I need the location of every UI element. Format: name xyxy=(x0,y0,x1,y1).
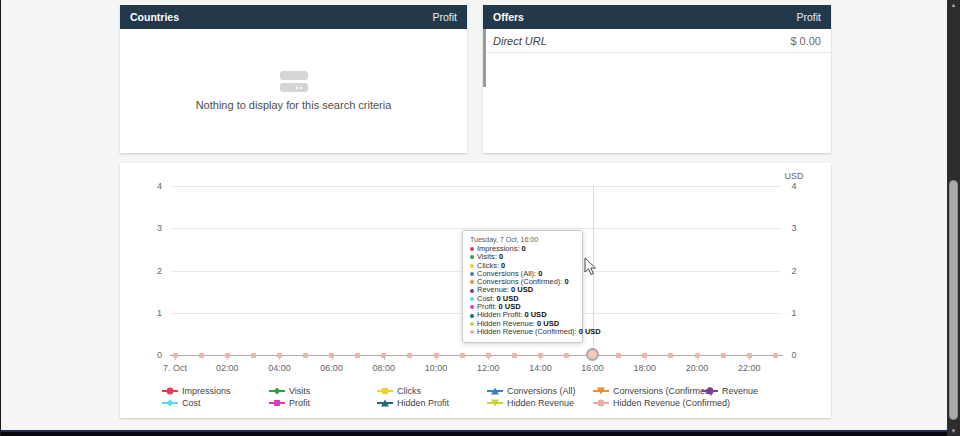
offers-metric-header: Profit xyxy=(796,11,821,23)
series-color-dot-icon xyxy=(470,322,474,326)
legend-item-conversions-confirmed[interactable]: Conversions (Confirmed) xyxy=(593,386,713,396)
legend-item-cost[interactable]: Cost xyxy=(162,398,201,408)
legend-marker-triangle-down-icon xyxy=(593,387,609,396)
empty-list-icon xyxy=(280,71,308,92)
y-axis-label-left: 0 xyxy=(130,350,162,360)
offer-row-direct-url[interactable]: Direct URL $ 0.00 xyxy=(483,29,831,53)
y-axis-label-right: 4 xyxy=(784,181,804,191)
x-axis-tick xyxy=(540,356,541,360)
legend-marker-triangle-icon xyxy=(377,399,393,408)
scrollbar-up-arrow-icon[interactable]: ▲ xyxy=(947,0,960,10)
offers-panel-title: Offers xyxy=(493,11,524,23)
data-point-marker[interactable] xyxy=(773,353,778,358)
legend-item-hidden-revenue-confirmed[interactable]: Hidden Revenue (Confirmed) xyxy=(593,398,730,408)
offers-scroll-indicator xyxy=(483,29,486,87)
x-axis-label: 16:00 xyxy=(573,363,613,373)
y-axis-label-left: 2 xyxy=(130,266,162,276)
legend-label: Conversions (Confirmed) xyxy=(613,386,713,396)
legend-label: Profit xyxy=(289,398,310,408)
x-axis-tick xyxy=(332,356,333,360)
legend-label: Revenue xyxy=(722,386,758,396)
hovered-point-marker[interactable] xyxy=(586,348,599,361)
legend-marker-circle-icon xyxy=(593,399,609,408)
y-axis-label-right: 0 xyxy=(784,350,804,360)
legend-label: Hidden Profit xyxy=(397,398,449,408)
legend-marker-square-icon xyxy=(377,387,393,396)
gridline xyxy=(170,186,781,187)
offer-profit-value: $ 0.00 xyxy=(790,35,821,47)
series-color-dot-icon xyxy=(470,272,474,276)
data-point-marker[interactable] xyxy=(355,353,360,358)
page-scrollbar[interactable]: ▲ ▼ xyxy=(947,0,960,436)
x-axis-tick xyxy=(227,356,228,360)
legend-item-visits[interactable]: Visits xyxy=(269,386,310,396)
series-zero-line xyxy=(170,355,783,356)
x-axis-label: 10:00 xyxy=(416,363,456,373)
data-point-marker[interactable] xyxy=(616,353,621,358)
legend-item-profit[interactable]: Profit xyxy=(269,398,310,408)
countries-panel-title: Countries xyxy=(130,11,179,23)
data-point-marker[interactable] xyxy=(251,353,256,358)
legend-label: Impressions xyxy=(182,386,231,396)
legend-label: Cost xyxy=(182,398,201,408)
offers-panel-header: Offers Profit xyxy=(483,5,831,29)
x-axis-tick xyxy=(436,356,437,360)
data-point-marker[interactable] xyxy=(460,353,465,358)
x-axis-label: 20:00 xyxy=(677,363,717,373)
x-axis-tick xyxy=(384,356,385,360)
legend-label: Clicks xyxy=(397,386,421,396)
legend-marker-square-icon xyxy=(269,399,285,408)
legend-item-hidden-profit[interactable]: Hidden Profit xyxy=(377,398,449,408)
legend-item-clicks[interactable]: Clicks xyxy=(377,386,421,396)
series-color-dot-icon xyxy=(470,247,474,251)
y-axis-label-right: 1 xyxy=(784,308,804,318)
legend-label: Visits xyxy=(289,386,310,396)
tooltip-series-value: 0 xyxy=(564,278,568,286)
series-color-dot-icon xyxy=(470,289,474,293)
legend-item-revenue[interactable]: Revenue xyxy=(702,386,758,396)
series-color-dot-icon xyxy=(470,330,474,334)
y-axis-label-left: 4 xyxy=(130,181,162,191)
x-axis-tick xyxy=(488,356,489,360)
series-color-dot-icon xyxy=(470,264,474,268)
data-point-marker[interactable] xyxy=(564,353,569,358)
offers-panel: Offers Profit Direct URL $ 0.00 xyxy=(483,5,831,153)
chart-tooltip: Tuesday, 7 Oct, 16:00 Impressions:0Visit… xyxy=(462,230,583,343)
x-axis-tick xyxy=(279,356,280,360)
data-point-marker[interactable] xyxy=(721,353,726,358)
legend-item-impressions[interactable]: Impressions xyxy=(162,386,231,396)
series-color-dot-icon xyxy=(470,314,474,318)
legend-item-conversions-all[interactable]: Conversions (All) xyxy=(487,386,576,396)
window-left-border xyxy=(0,0,1,436)
countries-panel: Countries Profit Nothing to display for … xyxy=(120,5,467,153)
x-axis-label: 18:00 xyxy=(625,363,665,373)
tooltip-series-value: 0 USD xyxy=(579,328,601,336)
countries-metric-header: Profit xyxy=(432,11,457,23)
timeline-chart-panel: USD 4433221100 7. Oct02:0004:0006:0008:0… xyxy=(120,163,831,418)
data-point-marker[interactable] xyxy=(668,353,673,358)
series-color-dot-icon xyxy=(470,297,474,301)
legend-marker-circle-icon xyxy=(702,387,718,396)
countries-empty-text: Nothing to display for this search crite… xyxy=(196,99,392,111)
series-color-dot-icon xyxy=(470,305,474,309)
x-axis-tick xyxy=(749,356,750,360)
x-axis-tick xyxy=(175,356,176,360)
legend-item-hidden-revenue[interactable]: Hidden Revenue xyxy=(487,398,574,408)
scrollbar-thumb[interactable] xyxy=(949,180,958,420)
legend-marker-triangle-down-icon xyxy=(487,399,503,408)
tooltip-row: Hidden Revenue (Confirmed):0 USD xyxy=(470,328,575,336)
scrollbar-down-arrow-icon[interactable]: ▼ xyxy=(947,426,960,436)
window-bottom-edge xyxy=(0,430,960,436)
legend-marker-triangle-icon xyxy=(487,387,503,396)
y-axis-unit-label: USD xyxy=(784,171,804,181)
data-point-marker[interactable] xyxy=(512,353,517,358)
chart-plot-area: USD 4433221100 7. Oct02:0004:0006:0008:0… xyxy=(120,163,831,418)
offers-list: Direct URL $ 0.00 xyxy=(483,29,831,153)
legend-label: Conversions (All) xyxy=(507,386,576,396)
data-point-marker[interactable] xyxy=(303,353,308,358)
tooltip-series-value: 0 xyxy=(522,245,526,253)
data-point-marker[interactable] xyxy=(199,353,204,358)
data-point-marker[interactable] xyxy=(407,353,412,358)
legend-marker-diamond-icon xyxy=(269,387,285,396)
countries-empty-state: Nothing to display for this search crite… xyxy=(120,29,467,153)
